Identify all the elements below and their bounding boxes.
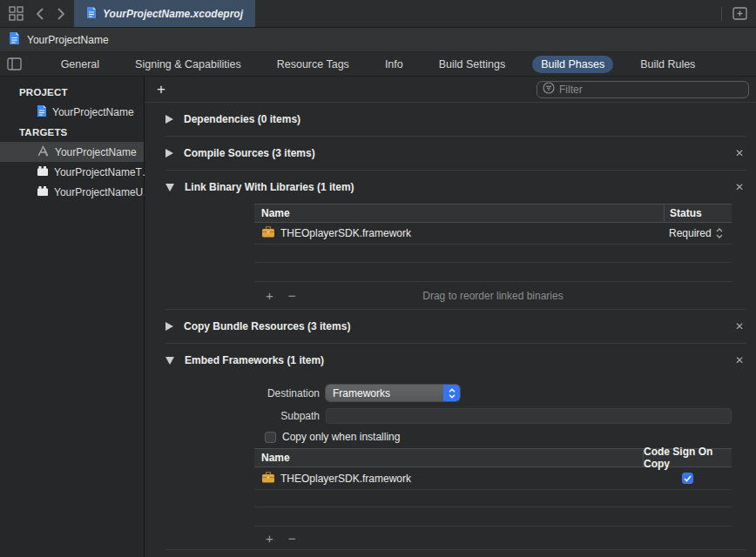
- subpath-row: Subpath: [145, 408, 732, 424]
- forward-icon[interactable]: [57, 8, 65, 20]
- disclosure-collapsed-icon[interactable]: [165, 322, 173, 331]
- framework-row[interactable]: THEOplayerSDK.framework Required: [254, 223, 732, 245]
- popup-chevrons-icon: [443, 385, 460, 401]
- section-link-binary[interactable]: Link Binary With Libraries (1 item) ✕: [145, 171, 756, 204]
- column-name: Name: [254, 452, 643, 464]
- copy-only-label: Copy only when installing: [282, 431, 400, 443]
- framework-name: THEOplayerSDK.framework: [280, 227, 411, 239]
- disclosure-expanded-icon[interactable]: [165, 357, 174, 365]
- breadcrumb-project-name[interactable]: YourProjectName: [27, 34, 109, 46]
- app-target-icon: [37, 144, 50, 159]
- empty-row: [254, 507, 732, 527]
- title-bar: YourProjectName.xcodeproj: [0, 0, 756, 28]
- add-editor-icon[interactable]: [732, 7, 747, 20]
- section-copy-bundle[interactable]: Copy Bundle Resources (3 items) ✕: [145, 310, 756, 343]
- xcodeproj-file-icon: [86, 6, 97, 22]
- section-copy-bundle-title: Copy Bundle Resources (3 items): [184, 320, 350, 332]
- settings-tabs: General Signing & Capabilities Resource …: [52, 56, 705, 73]
- filter-field[interactable]: [537, 81, 749, 98]
- drag-hint: Drag to reorder linked binaries: [254, 290, 732, 302]
- embed-table-header: Name Code Sign On Copy: [254, 448, 732, 467]
- project-header: PROJECT: [0, 82, 144, 102]
- add-build-phase-button[interactable]: +: [157, 82, 165, 97]
- empty-row: [254, 245, 732, 263]
- column-name: Name: [254, 207, 664, 219]
- sidebar-project-label: YourProjectName: [52, 106, 134, 118]
- framework-icon: [261, 472, 275, 486]
- column-code-sign: Code Sign On Copy: [643, 449, 732, 466]
- section-embed-frameworks[interactable]: Embed Frameworks (1 item) ✕: [145, 344, 756, 377]
- updown-chevron-icon: [716, 228, 723, 238]
- tab-build-rules[interactable]: Build Rules: [631, 56, 704, 73]
- editor-tab-strip: General Signing & Capabilities Resource …: [0, 52, 756, 77]
- section-divider: [165, 549, 746, 550]
- section-dependencies-title: Dependencies (0 items): [184, 113, 300, 125]
- section-link-binary-title: Link Binary With Libraries (1 item): [185, 181, 354, 193]
- destination-value: Frameworks: [326, 387, 443, 399]
- section-embed-frameworks-title: Embed Frameworks (1 item): [185, 354, 324, 366]
- section-dependencies[interactable]: Dependencies (0 items): [145, 103, 756, 136]
- remove-phase-icon[interactable]: ✕: [735, 320, 744, 332]
- sidebar-target-uitests[interactable]: YourProjectNameU…: [0, 182, 144, 202]
- project-file-icon: [9, 31, 20, 48]
- xcode-window: YourProjectName.xcodeproj YourProjectNam…: [0, 0, 756, 557]
- status-popup[interactable]: Required: [664, 223, 732, 244]
- tab-build-phases[interactable]: Build Phases: [532, 56, 613, 73]
- check-icon: [684, 475, 692, 482]
- destination-label: Destination: [145, 387, 326, 399]
- tab-build-settings[interactable]: Build Settings: [430, 56, 514, 73]
- sidebar-target-tests-label: YourProjectNameT…: [54, 166, 152, 178]
- sidebar-target-app[interactable]: YourProjectName: [0, 142, 144, 162]
- subpath-input[interactable]: [326, 408, 732, 424]
- test-bundle-icon: [37, 165, 49, 179]
- framework-row[interactable]: THEOplayerSDK.framework: [254, 467, 732, 490]
- disclosure-collapsed-icon[interactable]: [165, 149, 173, 158]
- editor-tab-title: YourProjectName.xcodeproj: [103, 8, 243, 20]
- framework-name: THEOplayerSDK.framework: [280, 473, 411, 485]
- add-framework-button[interactable]: +: [266, 532, 273, 545]
- copy-only-checkbox[interactable]: [265, 432, 276, 443]
- breadcrumb: YourProjectName: [0, 28, 756, 52]
- status-value: Required: [669, 227, 712, 239]
- embed-frameworks-table: Name Code Sign On Copy THEOplayerSDK.fra…: [254, 448, 732, 549]
- uitest-bundle-icon: [37, 185, 49, 199]
- sidebar-target-tests[interactable]: YourProjectNameT…: [0, 162, 144, 182]
- sidebar-toggle-icon[interactable]: [7, 57, 22, 70]
- filter-input[interactable]: [559, 84, 743, 96]
- subpath-label: Subpath: [145, 410, 326, 422]
- copy-only-row[interactable]: Copy only when installing: [265, 431, 756, 443]
- tab-signing-capabilities[interactable]: Signing & Capabilities: [126, 56, 250, 73]
- code-sign-checkbox[interactable]: [682, 473, 693, 484]
- remove-phase-icon[interactable]: ✕: [735, 147, 744, 159]
- editor-tab[interactable]: YourProjectName.xcodeproj: [74, 0, 255, 27]
- link-binary-footer: Drag to reorder linked binaries + −: [254, 282, 732, 309]
- project-sidebar: PROJECT YourProjectName TARGETS YourProj…: [0, 77, 145, 557]
- editor-layout-icon[interactable]: [9, 6, 24, 21]
- destination-popup[interactable]: Frameworks: [326, 385, 460, 401]
- targets-header: TARGETS: [0, 122, 144, 142]
- filter-icon: [543, 82, 555, 97]
- empty-row: [254, 263, 732, 282]
- empty-row: [254, 490, 732, 507]
- build-phases-editor: + Dependencies (0 items) Compile Sources…: [145, 77, 756, 557]
- remove-framework-button[interactable]: −: [288, 532, 296, 545]
- link-binary-table: Name Status THEOplayerSDK.framework Requ…: [254, 204, 732, 309]
- phases-toolbar: +: [145, 77, 756, 103]
- sidebar-target-uitests-label: YourProjectNameU…: [54, 186, 153, 198]
- disclosure-expanded-icon[interactable]: [165, 184, 174, 191]
- section-compile-sources[interactable]: Compile Sources (3 items) ✕: [145, 137, 756, 170]
- tab-info[interactable]: Info: [376, 56, 412, 73]
- section-compile-sources-title: Compile Sources (3 items): [184, 147, 315, 159]
- sidebar-item-project[interactable]: YourProjectName: [0, 102, 144, 122]
- embed-footer: + −: [254, 527, 732, 549]
- disclosure-collapsed-icon[interactable]: [165, 115, 173, 124]
- framework-icon: [261, 226, 275, 240]
- toolbar-separator: [721, 7, 722, 21]
- back-icon[interactable]: [36, 8, 44, 20]
- tab-general[interactable]: General: [52, 56, 108, 73]
- tab-resource-tags[interactable]: Resource Tags: [268, 56, 358, 73]
- column-status: Status: [664, 205, 732, 222]
- remove-phase-icon[interactable]: ✕: [735, 181, 744, 193]
- project-doc-icon: [37, 104, 47, 120]
- remove-phase-icon[interactable]: ✕: [735, 354, 744, 366]
